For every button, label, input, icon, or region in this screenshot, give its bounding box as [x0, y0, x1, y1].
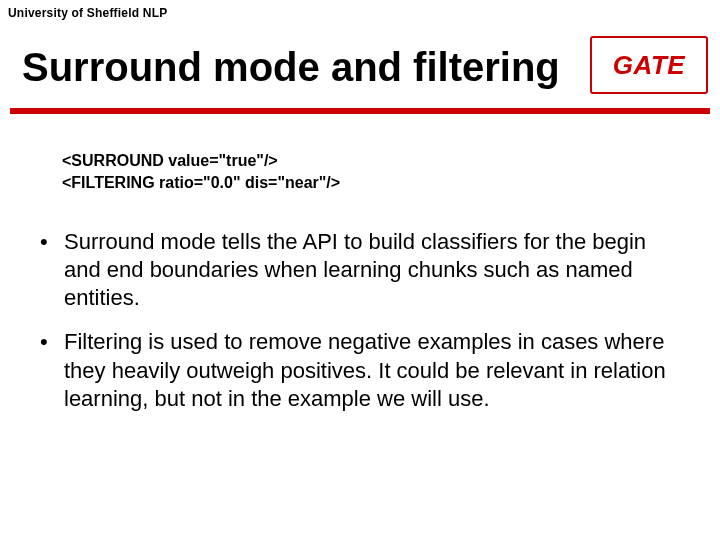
gate-logo: GATE: [590, 36, 708, 94]
list-item: • Filtering is used to remove negative e…: [36, 328, 680, 412]
code-line-2: <FILTERING ratio="0.0" dis="near"/>: [62, 174, 340, 191]
slide: University of Sheffield NLP Surround mod…: [0, 0, 720, 540]
slide-title: Surround mode and filtering: [22, 45, 560, 89]
bullet-text: Surround mode tells the API to build cla…: [64, 228, 680, 312]
affiliation-label: University of Sheffield NLP: [8, 6, 167, 20]
list-item: • Surround mode tells the API to build c…: [36, 228, 680, 312]
bullet-text: Filtering is used to remove negative exa…: [64, 328, 680, 412]
bullet-dot-icon: •: [36, 228, 64, 312]
title-divider: [10, 108, 710, 114]
code-line-1: <SURROUND value="true"/>: [62, 152, 278, 169]
bullet-dot-icon: •: [36, 328, 64, 412]
code-block: <SURROUND value="true"/> <FILTERING rati…: [62, 150, 340, 193]
gate-logo-text: GATE: [613, 50, 685, 81]
bullet-list: • Surround mode tells the API to build c…: [36, 228, 680, 429]
